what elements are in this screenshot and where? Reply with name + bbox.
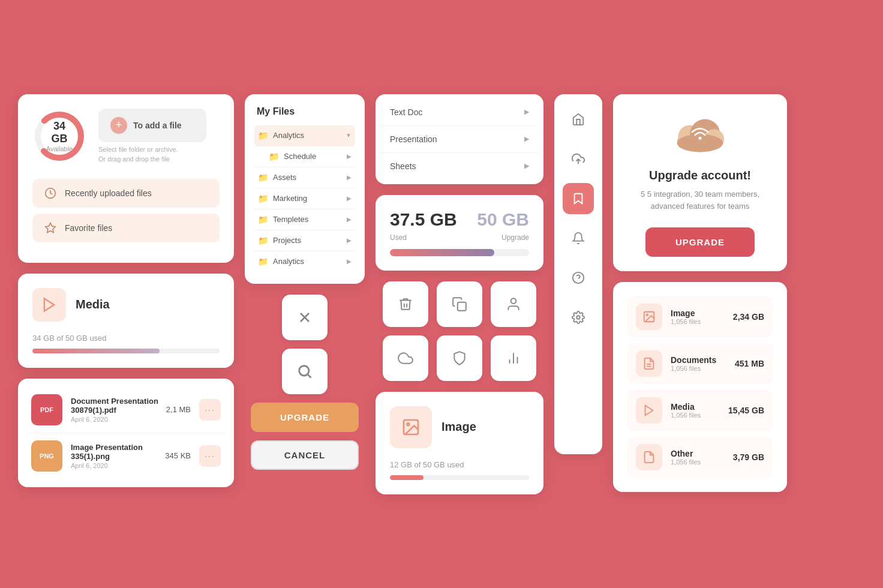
search-button[interactable] — [282, 349, 328, 394]
right-media-name: Media — [671, 402, 701, 412]
upload-label: To add a file — [133, 121, 182, 130]
svg-rect-9 — [458, 302, 466, 310]
gb-used: 37.5 GB — [390, 209, 457, 230]
chevron-sheets: ▶ — [524, 162, 529, 170]
storage-donut: 34 GB Available — [32, 109, 86, 163]
upload-button[interactable]: + To add a file — [98, 109, 206, 142]
file-info-png: Image Presentation 335(1).png April 6, 2… — [71, 443, 165, 469]
folder-assets[interactable]: 📁 Assets ▶ — [254, 167, 355, 188]
nav-help[interactable] — [563, 262, 594, 293]
nav-bookmark[interactable] — [563, 183, 594, 214]
chevron-marketing: ▶ — [347, 195, 352, 202]
close-button[interactable] — [282, 295, 328, 340]
image-subtitle: 12 GB of 50 GB used — [390, 460, 529, 469]
folder-projects[interactable]: 📁 Projects ▶ — [254, 230, 355, 251]
favorite-files-button[interactable]: Favorite files — [32, 214, 220, 242]
svg-marker-30 — [645, 406, 653, 416]
filetype-presentation[interactable]: Presentation ▶ — [380, 126, 539, 153]
file-menu-png[interactable]: ··· — [199, 445, 221, 467]
favorite-label: Favorite files — [65, 223, 112, 233]
folder-label-templetes: Templetes — [273, 215, 308, 224]
upgrade-button-secondary[interactable]: UPGRADE — [251, 403, 359, 432]
myfiles-card: My Files 📁 Analytics ▼ 📁 Schedule ▶ 📁 As… — [245, 94, 365, 284]
storage-gb: 34 GB — [46, 120, 73, 145]
file-date-pdf: April 6, 2020 — [71, 416, 166, 423]
folder-label-projects: Projects — [273, 236, 301, 245]
storage-gb-card: 37.5 GB 50 GB Used Upgrade — [376, 195, 543, 271]
upgrade-card: Upgrade account! 5 5 integration, 30 tea… — [613, 94, 787, 272]
right-files-list: Image 1,056 files 2,34 GB — [627, 296, 773, 478]
shield-button[interactable] — [437, 335, 482, 381]
pdf-badge: PDF — [31, 394, 62, 425]
cancel-button[interactable]: CANCEL — [251, 440, 359, 470]
nav-settings[interactable] — [563, 302, 594, 333]
recent-label: Recently uploaded files — [65, 188, 152, 198]
plus-icon: + — [110, 117, 127, 134]
right-file-documents[interactable]: Documents 1,056 files 451 MB — [627, 343, 773, 384]
cloud-button[interactable] — [383, 335, 428, 381]
file-item-pdf[interactable]: PDF Document Presentation 30879(1).pdf A… — [26, 387, 226, 433]
filetype-sheets-label: Sheets — [390, 161, 416, 171]
right-media-size: 15,45 GB — [728, 406, 764, 415]
nav-home[interactable] — [563, 104, 594, 135]
right-documents-count: 1,056 files — [671, 365, 716, 372]
folder-icon-analytics2: 📁 — [258, 257, 268, 266]
png-badge: PNG — [31, 440, 62, 472]
file-name-pdf: Document Presentation 30879(1).pdf — [71, 397, 166, 415]
filetype-textdoc-label: Text Doc — [390, 107, 422, 117]
filetype-sheets[interactable]: Sheets ▶ — [380, 153, 539, 179]
svg-point-19 — [576, 316, 580, 319]
chevron-analytics: ▼ — [346, 132, 352, 139]
recent-files-button[interactable]: Recently uploaded files — [32, 179, 220, 208]
file-size-pdf: 2,1 MB — [166, 405, 191, 414]
right-documents-name: Documents — [671, 355, 716, 365]
chevron-textdoc: ▶ — [524, 108, 529, 116]
svg-line-8 — [308, 374, 311, 377]
media-subtitle: 34 GB of 50 GB used — [32, 334, 220, 343]
icon-buttons-grid — [376, 281, 543, 381]
copy-button[interactable] — [437, 281, 482, 327]
right-documents-size: 451 MB — [735, 359, 764, 368]
chevron-templetes: ▶ — [347, 216, 352, 223]
chevron-projects: ▶ — [347, 237, 352, 244]
file-name-png: Image Presentation 335(1).png — [71, 443, 165, 461]
right-file-other[interactable]: Other 1,056 files 3,79 GB — [627, 437, 773, 478]
nav-bell[interactable] — [563, 223, 594, 254]
folder-analytics2[interactable]: 📁 Analytics ▶ — [254, 251, 355, 272]
folder-label-schedule: Schedule — [284, 152, 316, 161]
chart-button[interactable] — [491, 335, 536, 381]
right-media-count: 1,056 files — [671, 412, 701, 419]
right-file-image[interactable]: Image 1,056 files 2,34 GB — [627, 296, 773, 337]
folder-marketing[interactable]: 📁 Marketing ▶ — [254, 188, 355, 209]
filetype-textdoc[interactable]: Text Doc ▶ — [380, 99, 539, 126]
right-media-icon — [636, 397, 662, 424]
folder-schedule[interactable]: 📁 Schedule ▶ — [254, 146, 355, 167]
file-info-pdf: Document Presentation 30879(1).pdf April… — [71, 397, 166, 423]
svg-point-15 — [407, 423, 409, 425]
media-title: Media — [76, 298, 110, 311]
file-item-png[interactable]: PNG Image Presentation 335(1).png April … — [26, 433, 226, 479]
folder-templetes[interactable]: 📁 Templetes ▶ — [254, 209, 355, 230]
folder-icon-schedule: 📁 — [269, 152, 279, 161]
image-progress-bar — [390, 475, 529, 480]
folder-icon-projects: 📁 — [258, 236, 268, 245]
folder-analytics[interactable]: 📁 Analytics ▼ — [254, 125, 355, 146]
upgrade-title: Upgrade account! — [649, 169, 751, 182]
delete-button[interactable] — [383, 281, 428, 327]
filetype-presentation-label: Presentation — [390, 134, 437, 144]
user-button[interactable] — [491, 281, 536, 327]
media-card: Media 34 GB of 50 GB used — [18, 274, 234, 368]
nav-upload[interactable] — [563, 143, 594, 175]
filetypes-card: Text Doc ▶ Presentation ▶ Sheets ▶ — [376, 94, 543, 184]
gb-progress-bar — [390, 249, 529, 256]
file-menu-pdf[interactable]: ··· — [199, 399, 221, 421]
media-icon-box — [32, 288, 66, 322]
file-date-png: April 6, 2020 — [71, 462, 165, 469]
upgrade-desc: 5 5 integration, 30 team members, advanc… — [627, 188, 773, 214]
folder-label-assets: Assets — [273, 173, 296, 182]
right-file-media[interactable]: Media 1,056 files 15,45 GB — [627, 390, 773, 431]
upgrade-button-main[interactable]: UPGRADE — [645, 227, 755, 257]
file-list-card: PDF Document Presentation 30879(1).pdf A… — [18, 379, 234, 487]
svg-marker-3 — [46, 223, 56, 232]
chevron-assets: ▶ — [347, 174, 352, 181]
